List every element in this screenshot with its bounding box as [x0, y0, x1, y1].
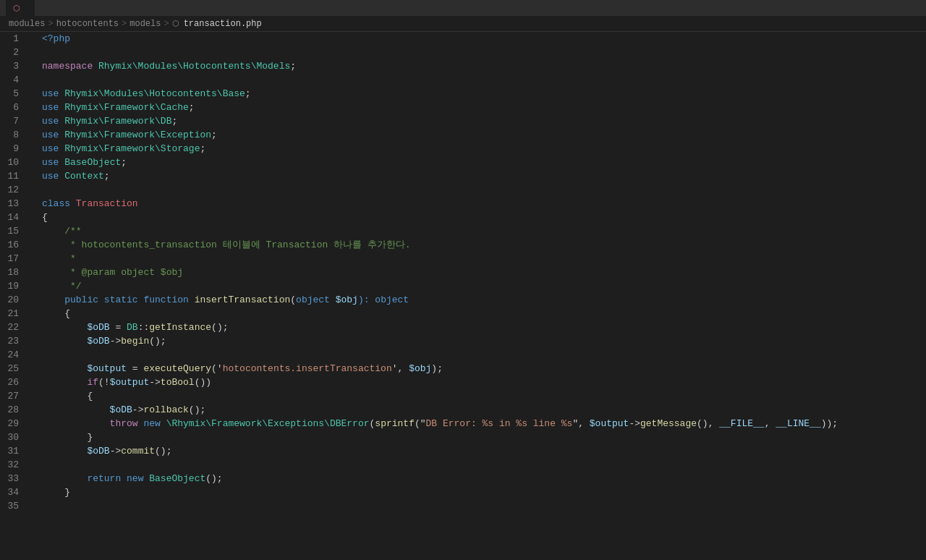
token: ; — [121, 157, 127, 168]
line-number: 8 — [0, 128, 25, 142]
token: ', — [392, 363, 409, 374]
code-line: use Rhymix\Framework\Cache; — [39, 101, 926, 114]
line-number: 22 — [0, 321, 25, 334]
line-number: 2 — [0, 46, 25, 59]
token: ); — [431, 363, 443, 374]
token: ; — [200, 143, 205, 154]
code-line: use Rhymix\Framework\Exception; — [39, 128, 926, 142]
token: ", — [572, 418, 589, 429]
code-line: use BaseObject; — [39, 156, 926, 169]
line-number: 33 — [0, 472, 25, 485]
token: (); — [149, 336, 166, 347]
line-number: 19 — [0, 279, 25, 293]
line-number: 26 — [0, 376, 25, 389]
line-number: 29 — [0, 417, 25, 430]
line-number: 15 — [0, 224, 25, 238]
line-number: 7 — [0, 114, 25, 128]
breadcrumb-hotocontents[interactable]: hotocontents — [56, 19, 119, 29]
token: object — [296, 294, 330, 305]
line-number: 35 — [0, 499, 25, 513]
line-number: 18 — [0, 266, 25, 279]
line-number: 10 — [0, 156, 25, 169]
code-line: $oDB->begin(); — [39, 334, 926, 348]
code-area[interactable]: <?php namespace Rhymix\Modules\Hotoconte… — [36, 32, 926, 560]
tab[interactable]: ⬡ — [6, 0, 35, 16]
line-number: 14 — [0, 211, 25, 224]
code-line — [39, 46, 926, 59]
line-number: 12 — [0, 183, 25, 197]
breadcrumb-file: transaction.php — [184, 19, 262, 29]
breadcrumb-modules[interactable]: modules — [9, 19, 45, 29]
code-line — [39, 499, 926, 513]
token: begin — [121, 336, 149, 347]
token: hotocontents.insertTransaction — [223, 363, 392, 374]
token: * @param object — [42, 267, 161, 278]
token: Rhymix\Modules\Hotocontents\Base — [64, 88, 245, 99]
token: use — [42, 88, 64, 99]
token: (); — [189, 404, 205, 415]
token: use — [42, 143, 64, 154]
token: getMessage — [640, 418, 697, 429]
token: static — [104, 294, 144, 305]
token: if — [42, 377, 98, 388]
token: ; — [171, 116, 177, 127]
token: { — [42, 212, 48, 223]
token: = — [127, 363, 143, 374]
token: * — [42, 253, 76, 264]
code-line — [39, 348, 926, 362]
token: (! — [98, 377, 110, 388]
token: Context — [64, 171, 104, 182]
token: insertTransaction — [195, 294, 291, 305]
code-line: } — [39, 430, 926, 444]
token: (), — [697, 418, 719, 429]
token: Rhymix\Framework\Exception — [64, 130, 211, 140]
token: ; — [104, 171, 110, 182]
token: :: — [138, 322, 150, 333]
token: ; — [189, 102, 195, 113]
token: = — [110, 322, 127, 333]
token: return — [42, 473, 127, 484]
token: getInstance — [149, 322, 211, 333]
line-number: 5 — [0, 87, 25, 101]
token: Rhymix\Modules\Hotocontents\Models — [98, 61, 290, 72]
token: (); — [155, 446, 171, 457]
line-number: 17 — [0, 252, 25, 266]
code-line: * — [39, 252, 926, 266]
token: } — [42, 432, 93, 443]
token: <?php — [42, 33, 70, 44]
token: __LINE__ — [776, 418, 820, 429]
line-number: 23 — [0, 334, 25, 348]
token: DB Error: %s in %s line %s — [426, 418, 573, 429]
token: DB — [127, 322, 138, 333]
code-line: namespace Rhymix\Modules\Hotocontents\Mo… — [39, 59, 926, 73]
code-line: if(!$output->toBool()) — [39, 376, 926, 389]
code-line: public static function insertTransaction… — [39, 293, 926, 307]
code-line: <?php — [39, 32, 926, 46]
token: ()) — [195, 377, 211, 388]
token: class — [42, 198, 76, 209]
token: , — [765, 418, 776, 429]
token: function — [143, 294, 194, 305]
code-line: */ — [39, 279, 926, 293]
token: use — [42, 130, 64, 140]
token: ): object — [358, 294, 409, 305]
token: $output — [110, 377, 150, 388]
line-number: 34 — [0, 485, 25, 499]
code-line: return new BaseObject(); — [39, 472, 926, 485]
token: new — [143, 418, 166, 429]
code-line: { — [39, 307, 926, 321]
line-number: 4 — [0, 73, 25, 87]
token: use — [42, 102, 64, 113]
line-number: 32 — [0, 458, 25, 472]
token: Rhymix\Framework\Storage — [64, 143, 200, 154]
token: use — [42, 157, 64, 168]
breadcrumb-models[interactable]: models — [129, 19, 161, 29]
line-number: 31 — [0, 444, 25, 458]
token: $oDB — [42, 446, 110, 457]
token: )); — [821, 418, 838, 429]
token: $obj — [330, 294, 358, 305]
token: $oDB — [42, 336, 110, 347]
token: Rhymix\Framework\DB — [64, 116, 171, 127]
token: use — [42, 116, 64, 127]
code-line: use Rhymix\Modules\Hotocontents\Base; — [39, 87, 926, 101]
